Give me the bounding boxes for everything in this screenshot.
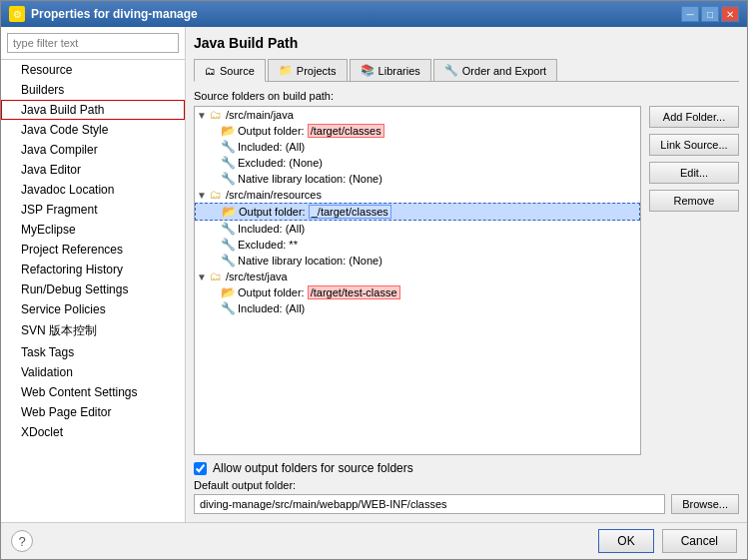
output-value-highlight: /target/test-classe: [308, 285, 400, 299]
filter-box: [1, 27, 185, 60]
tree-item-label: Output folder:: [239, 206, 309, 218]
minimize-button[interactable]: ─: [681, 6, 699, 22]
tab-libraries[interactable]: 📚 Libraries: [350, 59, 431, 81]
tree-item-label: /src/main/resources: [226, 189, 322, 201]
tree-item-native-1[interactable]: 🔧 Native library location: (None): [195, 171, 640, 187]
spacer: [209, 303, 219, 313]
add-folder-button[interactable]: Add Folder...: [649, 106, 739, 128]
order-export-tab-icon: 🔧: [444, 64, 458, 77]
ok-button[interactable]: OK: [598, 529, 653, 553]
tree-item-included-3[interactable]: 🔧 Included: (All): [195, 300, 640, 316]
sidebar-item-myeclipse[interactable]: MyEclipse: [1, 220, 185, 240]
sidebar-item-jsp-fragment[interactable]: JSP Fragment: [1, 200, 185, 220]
tab-source[interactable]: 🗂 Source: [194, 59, 266, 82]
folder-icon: 🗂: [209, 270, 223, 283]
titlebar-controls: ─ □ ✕: [681, 6, 739, 22]
tree-item-included-1[interactable]: 🔧 Included: (All): [195, 139, 640, 155]
allow-output-label: Allow output folders for source folders: [213, 461, 413, 475]
titlebar-title: Properties for diving-manage: [31, 7, 198, 21]
page-title: Java Build Path: [194, 35, 739, 51]
sidebar-item-service-policies[interactable]: Service Policies: [1, 299, 185, 319]
titlebar-left: ⚙ Properties for diving-manage: [9, 6, 198, 22]
sidebar-item-web-page-editor[interactable]: Web Page Editor: [1, 402, 185, 422]
libraries-tab-label: Libraries: [378, 65, 420, 77]
spacer: [209, 287, 219, 297]
cancel-button[interactable]: Cancel: [662, 529, 737, 553]
sidebar-item-resource[interactable]: Resource: [1, 60, 185, 80]
output-value-highlight: /target/classes: [308, 124, 384, 138]
included-icon: 🔧: [221, 222, 235, 236]
toggle-icon[interactable]: ▼: [197, 110, 207, 120]
source-tab-label: Source: [220, 65, 255, 77]
sidebar-item-validation[interactable]: Validation: [1, 362, 185, 382]
footer-buttons: OK Cancel: [598, 529, 737, 553]
tabs: 🗂 Source 📁 Projects 📚 Libraries 🔧 Order …: [194, 59, 739, 82]
sidebar-item-java-compiler[interactable]: Java Compiler: [1, 140, 185, 160]
main-panel: Java Build Path 🗂 Source 📁 Projects 📚 Li…: [186, 27, 747, 522]
source-area: ▼ 🗂 /src/main/java 📂 Output folder: /tar…: [194, 106, 739, 455]
sidebar-item-project-references[interactable]: Project References: [1, 240, 185, 260]
sidebar-item-java-build-path[interactable]: Java Build Path: [1, 100, 185, 120]
tree-item-src-main-java[interactable]: ▼ 🗂 /src/main/java: [195, 107, 640, 123]
search-input[interactable]: [7, 33, 179, 53]
edit-button[interactable]: Edit...: [649, 162, 739, 184]
source-tree[interactable]: ▼ 🗂 /src/main/java 📂 Output folder: /tar…: [194, 106, 641, 455]
tree-label: Source folders on build path:: [194, 90, 739, 102]
sidebar-item-web-content-settings[interactable]: Web Content Settings: [1, 382, 185, 402]
native-icon: 🔧: [221, 172, 235, 186]
order-export-tab-label: Order and Export: [462, 65, 546, 77]
link-source-button[interactable]: Link Source...: [649, 134, 739, 156]
sidebar-item-refactoring-history[interactable]: Refactoring History: [1, 260, 185, 280]
button-panel: Add Folder... Link Source... Edit... Rem…: [649, 106, 739, 455]
close-button[interactable]: ✕: [721, 6, 739, 22]
tree-item-src-test-java[interactable]: ▼ 🗂 /src/test/java: [195, 269, 640, 284]
tree-item-label: /src/main/java: [226, 109, 294, 121]
restore-button[interactable]: □: [701, 6, 719, 22]
included-icon: 🔧: [221, 301, 235, 315]
projects-tab-label: Projects: [297, 65, 337, 77]
tree-item-excluded-2[interactable]: 🔧 Excluded: **: [195, 237, 640, 253]
tree-item-output-1[interactable]: 📂 Output folder: /target/classes: [195, 123, 640, 139]
properties-window: ⚙ Properties for diving-manage ─ □ ✕ Res…: [0, 0, 748, 560]
output-value-highlight: _/target/classes: [309, 205, 391, 219]
spacer: [209, 126, 219, 136]
tree-item-included-2[interactable]: 🔧 Included: (All): [195, 221, 640, 237]
sidebar-item-java-editor[interactable]: Java Editor: [1, 160, 185, 180]
included-icon: 🔧: [221, 140, 235, 154]
folder-icon: 🗂: [209, 108, 223, 122]
default-output-input[interactable]: [194, 494, 665, 514]
spacer: [209, 224, 219, 234]
sidebar-item-run-debug-settings[interactable]: Run/Debug Settings: [1, 280, 185, 299]
window-icon: ⚙: [9, 6, 25, 22]
tab-order-export[interactable]: 🔧 Order and Export: [433, 59, 557, 81]
tree-item-output-3[interactable]: 📂 Output folder: /target/test-classe: [195, 284, 640, 300]
tree-item-output-2[interactable]: 📂 Output folder: _/target/classes: [195, 203, 640, 221]
tree-item-excluded-1[interactable]: 🔧 Excluded: (None): [195, 155, 640, 171]
tree-item-native-2[interactable]: 🔧 Native library location: (None): [195, 253, 640, 269]
spacer: [209, 240, 219, 250]
help-button[interactable]: ?: [11, 530, 33, 552]
tree-item-src-main-resources[interactable]: ▼ 🗂 /src/main/resources: [195, 187, 640, 203]
titlebar: ⚙ Properties for diving-manage ─ □ ✕: [1, 1, 747, 27]
allow-output-checkbox[interactable]: [194, 462, 207, 475]
sidebar-item-svn[interactable]: SVN 版本控制: [1, 319, 185, 342]
tree-item-label: Included: (All): [238, 223, 305, 235]
excluded-icon: 🔧: [221, 156, 235, 170]
toggle-icon[interactable]: ▼: [197, 190, 207, 200]
tab-projects[interactable]: 📁 Projects: [268, 59, 348, 81]
tree-item-label: Excluded: (None): [238, 157, 323, 169]
sidebar-item-java-code-style[interactable]: Java Code Style: [1, 120, 185, 140]
native-icon: 🔧: [221, 254, 235, 268]
sidebar-item-xdoclet[interactable]: XDoclet: [1, 422, 185, 442]
browse-button[interactable]: Browse...: [671, 494, 739, 514]
remove-button[interactable]: Remove: [649, 190, 739, 212]
folder-icon: 🗂: [209, 188, 223, 202]
toggle-icon[interactable]: ▼: [197, 272, 207, 281]
sidebar-item-builders[interactable]: Builders: [1, 80, 185, 100]
checkbox-row: Allow output folders for source folders: [194, 461, 739, 475]
nav-list: Resource Builders Java Build Path Java C…: [1, 60, 185, 522]
sidebar-item-task-tags[interactable]: Task Tags: [1, 342, 185, 362]
sidebar-item-javadoc-location[interactable]: Javadoc Location: [1, 180, 185, 200]
output-icon: 📂: [221, 285, 235, 299]
tree-item-label: Output folder:: [238, 125, 308, 137]
